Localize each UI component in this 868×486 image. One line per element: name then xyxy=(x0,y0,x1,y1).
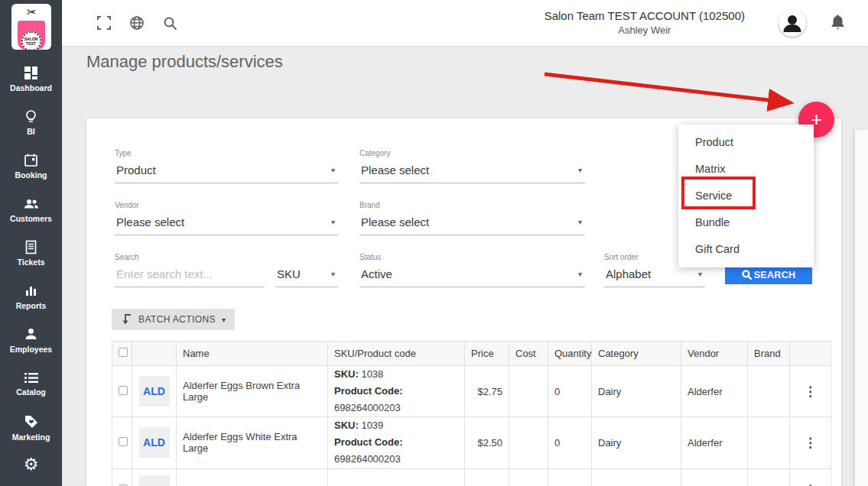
select-all-checkbox[interactable] xyxy=(119,348,128,357)
chevron-down-icon: ▾ xyxy=(578,166,585,174)
chevron-down-icon: ▾ xyxy=(331,218,338,226)
product-price: $2.50 xyxy=(465,417,509,468)
product-cost xyxy=(509,468,548,486)
product-avatar: ALD xyxy=(139,376,170,407)
header-cost[interactable]: Cost xyxy=(509,342,548,366)
row-checkbox[interactable] xyxy=(119,437,128,446)
sidebar-item-catalog[interactable]: Catalog xyxy=(0,362,62,406)
search-field: Search xyxy=(115,253,265,287)
batch-actions-button[interactable]: BATCH ACTIONS ▾ xyxy=(112,309,235,330)
product-category: Watches xyxy=(592,468,681,486)
page-title: Manage products/services xyxy=(86,52,283,72)
category-value: Please select xyxy=(361,164,429,177)
sidebar-item-bi[interactable]: BI xyxy=(0,101,62,144)
status-select[interactable]: Status Active▾ xyxy=(359,253,585,287)
product-category: Dairy xyxy=(592,366,681,417)
menu-item-bundle[interactable]: Bundle xyxy=(678,209,814,236)
product-sku-cell: SKU: 1039 Product Code: 698264000203 xyxy=(328,417,465,468)
notifications-bell-icon[interactable] xyxy=(831,14,845,33)
status-value: Active xyxy=(361,267,392,280)
sidebar-item-tickets[interactable]: Tickets xyxy=(0,232,62,275)
sidebar: ✂ SALON TEST Dashboard BI Booking xyxy=(0,0,62,486)
table-row: ALD Alderfer Eggs White Extra Large SKU:… xyxy=(112,417,831,468)
menu-item-gift-card[interactable]: Gift Card xyxy=(678,236,814,263)
sidebar-item-employees[interactable]: Employees xyxy=(0,319,62,362)
search-icon xyxy=(742,270,752,280)
row-menu-icon[interactable]: ⋮ xyxy=(796,435,824,451)
user-avatar[interactable] xyxy=(779,9,806,37)
table-header-row: Name SKU/Product code Price Cost Quantit… xyxy=(112,342,831,366)
product-name: Alderfer Eggs Brown Extra Large xyxy=(177,366,328,417)
fullscreen-icon[interactable] xyxy=(97,16,111,30)
sidebar-nav: Dashboard BI Booking Customers Tickets xyxy=(0,57,62,480)
chevron-down-icon: ▾ xyxy=(698,270,705,278)
brand-select[interactable]: Brand Please select▾ xyxy=(359,201,585,235)
dashboard-icon xyxy=(24,66,38,80)
chevron-down-icon: ▾ xyxy=(578,218,585,226)
sidebar-item-booking[interactable]: Booking xyxy=(0,144,62,188)
account-user: Ashley Weir xyxy=(545,24,745,37)
search-icon[interactable] xyxy=(163,16,177,31)
bar-chart-icon xyxy=(24,284,38,298)
product-category: Dairy xyxy=(592,417,681,468)
header-quantity[interactable]: Quantity xyxy=(548,342,592,366)
menu-item-product[interactable]: Product xyxy=(678,129,814,156)
product-quantity: 393 xyxy=(548,468,592,486)
sidebar-item-dashboard[interactable]: Dashboard xyxy=(0,57,62,101)
header-name[interactable]: Name xyxy=(177,342,328,366)
table-row: APP Apple Watch SKU: applewatch $400.00 … xyxy=(112,468,831,486)
sidebar-item-reports[interactable]: Reports xyxy=(0,275,62,319)
brand-value: Please select xyxy=(361,215,429,228)
product-sku-cell: SKU: 1038 Product Code: 698264000203 xyxy=(328,366,465,417)
header-sku[interactable]: SKU/Product code xyxy=(328,342,465,366)
lightbulb-icon xyxy=(24,109,38,124)
sidebar-item-marketing[interactable]: Marketing xyxy=(0,406,62,449)
product-vendor: Alderfer xyxy=(681,417,748,468)
globe-icon[interactable] xyxy=(129,15,145,31)
row-checkbox[interactable] xyxy=(119,386,128,395)
product-avatar: APP xyxy=(139,475,170,486)
menu-item-matrix[interactable]: Matrix xyxy=(678,156,814,183)
header-vendor[interactable]: Vendor xyxy=(681,342,748,366)
header-category[interactable]: Category xyxy=(592,342,681,366)
sidebar-item-settings[interactable]: ⚙ xyxy=(0,449,62,480)
sidebar-item-customers[interactable]: Customers xyxy=(0,188,62,232)
sku-select[interactable]: SKU▾ xyxy=(275,253,338,287)
products-table: Name SKU/Product code Price Cost Quantit… xyxy=(112,341,831,486)
vendor-select[interactable]: Vendor Please select▾ xyxy=(115,201,338,235)
type-value: Product xyxy=(116,164,156,177)
row-menu-icon[interactable]: ⋮ xyxy=(796,482,824,486)
logo-pocket: SALON TEST xyxy=(18,21,45,50)
account-info[interactable]: Salon Team TEST ACCOUNT (102500) Ashley … xyxy=(545,8,745,37)
product-vendor xyxy=(681,468,748,486)
type-select[interactable]: Type Product▾ xyxy=(115,149,338,183)
chevron-down-icon: ▾ xyxy=(331,270,338,278)
search-input[interactable] xyxy=(116,267,265,280)
row-menu-icon[interactable]: ⋮ xyxy=(796,384,824,400)
product-price: $2.75 xyxy=(465,366,509,417)
gear-icon: ⚙ xyxy=(24,456,39,473)
sku-select-value: SKU xyxy=(277,267,301,280)
product-name: Apple Watch xyxy=(177,468,328,486)
tag-icon xyxy=(24,414,39,429)
product-quantity: 0 xyxy=(548,366,592,417)
next-card-edge xyxy=(855,130,868,486)
header-brand[interactable]: Brand xyxy=(748,342,790,366)
product-brand xyxy=(748,468,790,486)
salon-tools-icon: ✂ xyxy=(11,5,51,19)
header-price[interactable]: Price xyxy=(465,342,509,366)
list-icon xyxy=(24,371,39,384)
chevron-down-icon: ▾ xyxy=(331,166,338,174)
product-price: $400.00 xyxy=(465,468,509,486)
product-cost xyxy=(509,417,548,468)
table-row: ALD Alderfer Eggs Brown Extra Large SKU:… xyxy=(112,366,831,417)
product-name: Alderfer Eggs White Extra Large xyxy=(177,417,328,468)
menu-item-service[interactable]: Service xyxy=(678,183,814,209)
search-button[interactable]: SEARCH xyxy=(725,265,812,284)
app-logo[interactable]: ✂ SALON TEST xyxy=(11,4,51,50)
calendar-icon xyxy=(24,153,38,167)
product-avatar: ALD xyxy=(139,427,170,458)
category-select[interactable]: Category Please select▾ xyxy=(359,149,585,183)
vendor-value: Please select xyxy=(116,215,184,228)
product-brand xyxy=(748,417,790,468)
